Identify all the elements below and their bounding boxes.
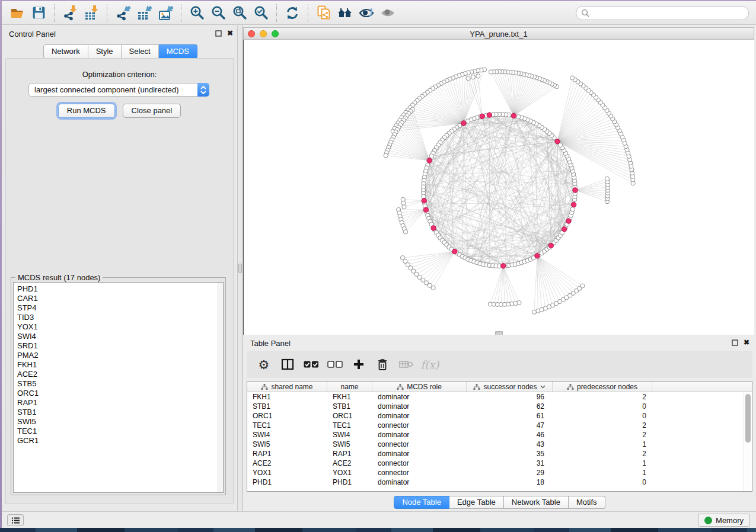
- close-panel-icon[interactable]: ✖: [227, 30, 233, 37]
- mcds-result-item[interactable]: SRD1: [14, 341, 223, 351]
- import-network-icon[interactable]: [59, 4, 81, 23]
- column-header-predecessor-nodes[interactable]: predecessor nodes: [553, 382, 652, 392]
- mcds-result-item[interactable]: ORC1: [14, 389, 223, 398]
- mcds-result-item[interactable]: YOX1: [14, 322, 223, 332]
- mcds-result-item[interactable]: STB1: [14, 408, 223, 417]
- run-mcds-button[interactable]: Run MCDS: [58, 104, 115, 118]
- mcds-result-item[interactable]: PHD1: [14, 284, 223, 294]
- open-file-icon[interactable]: [7, 4, 28, 23]
- tab-style[interactable]: Style: [88, 44, 122, 59]
- main-toolbar: [2, 1, 756, 25]
- table-scrollbar[interactable]: [744, 393, 751, 491]
- table-options-gear-icon[interactable]: ⚙: [255, 355, 273, 373]
- zoom-fit-icon[interactable]: [229, 4, 250, 23]
- table-scrollbar-thumb[interactable]: [745, 394, 751, 443]
- first-neighbors-icon[interactable]: [334, 4, 356, 23]
- mcds-result-item[interactable]: STB5: [14, 379, 223, 389]
- zoom-selected-icon[interactable]: [250, 4, 272, 23]
- float-table-panel-icon[interactable]: [732, 339, 738, 346]
- table-row[interactable]: SWI4SWI4dominator462: [247, 430, 752, 440]
- memory-button[interactable]: Memory: [698, 514, 750, 527]
- hide-selected-eye-icon[interactable]: [356, 4, 377, 23]
- toggle-panel-icon[interactable]: [279, 355, 296, 373]
- toolbar-separator: [308, 4, 308, 22]
- splitter-handle[interactable]: [238, 264, 242, 273]
- zoom-out-icon[interactable]: [208, 4, 229, 23]
- cell-name: ORC1: [327, 411, 372, 421]
- zoom-in-icon[interactable]: [186, 4, 208, 23]
- column-header-successor-nodes[interactable]: successor nodes: [467, 382, 553, 392]
- table-row[interactable]: SWI5SWI5connector431: [247, 440, 752, 449]
- tab-network[interactable]: Network: [43, 44, 88, 59]
- mcds-result-item[interactable]: TID3: [14, 313, 223, 322]
- mcds-result-item[interactable]: PMA2: [14, 351, 223, 360]
- column-header-label: name: [340, 383, 358, 391]
- mcds-result-item[interactable]: RAP1: [14, 398, 223, 408]
- export-network-icon[interactable]: [112, 4, 133, 23]
- cell-name: ACE2: [327, 459, 372, 468]
- cell-successor-nodes: 18: [467, 477, 553, 487]
- cell-predecessor-nodes: 1: [553, 459, 652, 468]
- mcds-list-scrollbar[interactable]: [218, 283, 223, 492]
- network-view-titlebar[interactable]: YPA_prune.txt_1: [243, 27, 754, 40]
- column-header-shared-name[interactable]: shared name: [247, 382, 327, 392]
- column-header-name[interactable]: name: [327, 382, 372, 392]
- cell-successor-nodes: 96: [467, 392, 553, 402]
- window-top-edge: [0, 0, 756, 1]
- vertical-splitter[interactable]: [237, 25, 243, 511]
- optimization-criterion-select[interactable]: largest connected component (undirected): [28, 83, 209, 97]
- table-row[interactable]: PHD1PHD1dominator180: [247, 477, 752, 487]
- mcds-result-item[interactable]: ACE2: [14, 370, 223, 379]
- clone-network-icon[interactable]: [313, 4, 334, 23]
- tab-select[interactable]: Select: [122, 44, 159, 59]
- table-row[interactable]: ORC1ORC1dominator610: [247, 411, 752, 421]
- tab-node-table[interactable]: Node Table: [394, 496, 449, 509]
- control-panel-title: Control Panel: [9, 30, 56, 39]
- folder-open-icon: [9, 5, 25, 21]
- delete-column-trash-icon[interactable]: [374, 355, 391, 373]
- cell-shared-name: PHD1: [247, 477, 327, 487]
- close-panel-button[interactable]: Close panel: [123, 104, 181, 118]
- float-panel-icon[interactable]: [215, 30, 222, 37]
- table-row[interactable]: YOX1YOX1connector291: [247, 468, 752, 477]
- save-session-icon[interactable]: [28, 4, 49, 23]
- add-column-plus-icon[interactable]: [350, 355, 368, 373]
- table-row[interactable]: RAP1RAP1dominator352: [247, 449, 752, 459]
- export-table-icon[interactable]: [133, 4, 155, 23]
- toolbar-separator: [107, 4, 107, 22]
- refresh-styles-icon[interactable]: [282, 4, 303, 23]
- mcds-result-item[interactable]: FKH1: [14, 360, 223, 370]
- cell-successor-nodes: 62: [467, 402, 553, 411]
- column-header-MCDS-role[interactable]: MCDS role: [372, 382, 467, 392]
- mcds-result-item[interactable]: SWI4: [14, 332, 223, 341]
- tab-mcds[interactable]: MCDS: [159, 44, 197, 59]
- tab-network-table[interactable]: Network Table: [504, 496, 569, 509]
- delete-table-icon[interactable]: [397, 355, 415, 373]
- export-image-icon[interactable]: [155, 4, 176, 23]
- mcds-result-item[interactable]: GCR1: [14, 436, 223, 446]
- table-panel: Table Panel ✖ ⚙: [243, 335, 756, 511]
- network-canvas[interactable]: [243, 40, 754, 335]
- deselect-all-icon[interactable]: [326, 355, 344, 373]
- function-builder-icon[interactable]: f(x): [421, 355, 439, 373]
- task-monitor-button[interactable]: [7, 514, 24, 526]
- search-field[interactable]: [576, 6, 749, 20]
- table-row[interactable]: ACE2ACE2connector311: [247, 459, 752, 468]
- select-all-icon[interactable]: [302, 355, 320, 373]
- tab-edge-table[interactable]: Edge Table: [449, 496, 504, 509]
- close-table-panel-icon[interactable]: ✖: [744, 339, 749, 346]
- show-all-eye-icon[interactable]: [377, 4, 398, 23]
- search-input[interactable]: [593, 9, 748, 17]
- table-row[interactable]: STB1STB1dominator620: [247, 402, 752, 411]
- table-row[interactable]: TEC1TEC1connector472: [247, 421, 752, 430]
- table-row[interactable]: FKH1FKH1dominator962: [247, 392, 752, 402]
- mcds-result-list[interactable]: PHD1CAR1STP4TID3YOX1SWI4SRD1PMA2FKH1ACE2…: [13, 282, 224, 493]
- node-table[interactable]: shared namenameMCDS rolesuccessor nodesp…: [247, 381, 752, 492]
- tab-motifs[interactable]: Motifs: [569, 496, 605, 509]
- cell-MCDS-role: dominator: [372, 430, 467, 440]
- mcds-result-item[interactable]: TEC1: [14, 427, 223, 436]
- mcds-result-item[interactable]: STP4: [14, 303, 223, 313]
- mcds-result-item[interactable]: SWI5: [14, 417, 223, 427]
- import-table-icon[interactable]: [81, 4, 102, 23]
- mcds-result-item[interactable]: CAR1: [14, 294, 223, 303]
